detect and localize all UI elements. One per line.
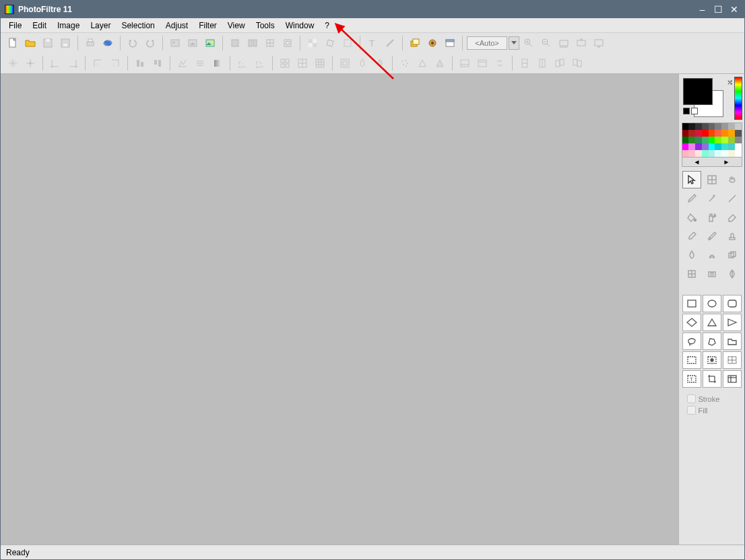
- grid-tool-icon[interactable]: [703, 171, 721, 188]
- pages-2-icon[interactable]: [569, 55, 585, 71]
- palette-cell[interactable]: [709, 130, 715, 137]
- line-tool-icon[interactable]: [382, 35, 398, 51]
- fill-checkbox[interactable]: Fill: [687, 406, 742, 415]
- palette-cell[interactable]: [709, 143, 715, 150]
- palette-cell[interactable]: [715, 123, 721, 130]
- palette-cell[interactable]: [728, 143, 735, 150]
- panel-1-icon[interactable]: [457, 55, 473, 71]
- selection-tool-icon[interactable]: [339, 35, 356, 51]
- palette-cell[interactable]: [695, 143, 702, 150]
- fit-window-icon[interactable]: [556, 35, 572, 51]
- palette-cell[interactable]: [695, 137, 702, 143]
- fill-tool-icon[interactable]: [682, 209, 701, 226]
- close-button[interactable]: ✕: [728, 4, 740, 15]
- sparkle-2-icon[interactable]: [22, 55, 38, 71]
- marquee-4-icon[interactable]: T: [682, 370, 701, 388]
- stamp-tool-icon[interactable]: [723, 228, 742, 245]
- shape-rect-icon[interactable]: [682, 295, 701, 312]
- grid-1-icon[interactable]: [277, 55, 293, 71]
- shape-right-triangle-icon[interactable]: [723, 314, 742, 331]
- corner-2-icon[interactable]: ↓: [107, 55, 123, 71]
- menu-edit[interactable]: Edit: [27, 20, 52, 32]
- swap-colors-icon[interactable]: ⤭: [727, 78, 733, 87]
- smudge-tool-icon[interactable]: [703, 246, 721, 264]
- panel-2-icon[interactable]: [474, 55, 490, 71]
- eraser-tool-icon[interactable]: [723, 209, 742, 226]
- window-tool-icon[interactable]: [442, 35, 458, 51]
- grid-3-icon[interactable]: [312, 55, 328, 71]
- shape-lasso-icon[interactable]: [682, 332, 701, 350]
- pointer-tool-icon[interactable]: [682, 171, 701, 188]
- frame-icon[interactable]: [337, 55, 353, 71]
- grey-tool-3-icon[interactable]: [262, 35, 278, 51]
- palette-cell[interactable]: [721, 143, 728, 150]
- dust-icon[interactable]: [397, 55, 413, 71]
- palette-cell[interactable]: [682, 143, 689, 150]
- foreground-color-swatch[interactable]: [683, 78, 713, 105]
- menu-help[interactable]: ?: [319, 20, 335, 32]
- palette-cell[interactable]: [688, 137, 695, 143]
- palette-cell[interactable]: [695, 150, 702, 157]
- zoom-combo[interactable]: <Auto>: [467, 36, 507, 50]
- palette-cell[interactable]: [702, 137, 709, 143]
- fullscreen-icon[interactable]: [591, 35, 607, 51]
- marquee-1-icon[interactable]: [682, 351, 701, 369]
- grid-2-icon[interactable]: [294, 55, 311, 71]
- palette-cell[interactable]: [721, 123, 728, 130]
- text-icon[interactable]: T: [364, 35, 381, 51]
- maximize-button[interactable]: ☐: [712, 4, 724, 15]
- palette-cell[interactable]: [715, 130, 721, 137]
- image-resize-icon[interactable]: [185, 35, 201, 51]
- palette-cell[interactable]: [721, 150, 728, 157]
- triangle-2-icon[interactable]: [432, 55, 448, 71]
- angle-1-icon[interactable]: [47, 55, 63, 71]
- undo-icon[interactable]: [125, 35, 141, 51]
- new-icon[interactable]: [5, 35, 21, 51]
- shape-diamond-icon[interactable]: [682, 314, 701, 331]
- palette-cell[interactable]: [721, 137, 728, 143]
- layer-manager-icon[interactable]: [407, 35, 423, 51]
- palette-cell[interactable]: [682, 130, 689, 137]
- grey-tool-4-icon[interactable]: [280, 35, 296, 51]
- menu-filter[interactable]: Filter: [193, 20, 222, 32]
- palette-cell[interactable]: [709, 137, 715, 143]
- triangle-1-icon[interactable]: [414, 55, 430, 71]
- palette-next-icon[interactable]: ►: [712, 157, 742, 166]
- palette-cell[interactable]: [688, 143, 695, 150]
- gamma-minus-icon[interactable]: Γ-AUTO: [234, 55, 251, 71]
- shape-polygon-icon[interactable]: [703, 332, 721, 350]
- redo-icon[interactable]: [142, 35, 158, 51]
- distort-tool-icon[interactable]: [682, 265, 701, 283]
- palette-cell[interactable]: [735, 130, 742, 137]
- palette-cell[interactable]: [728, 150, 735, 157]
- palette-cell[interactable]: [702, 123, 709, 130]
- pencil-tool-icon[interactable]: [703, 228, 721, 245]
- grid-shape-icon[interactable]: [723, 370, 742, 388]
- palette-cell[interactable]: [682, 137, 689, 143]
- zoom-out-icon[interactable]: [538, 35, 554, 51]
- rotate-icon[interactable]: [322, 35, 338, 51]
- shape-triangle-icon[interactable]: [703, 314, 721, 331]
- drop-1-icon[interactable]: [354, 55, 370, 71]
- palette-cell[interactable]: [702, 143, 709, 150]
- palette-cell[interactable]: [735, 123, 742, 130]
- marquee-3-icon[interactable]: [723, 351, 742, 369]
- drop-2-icon[interactable]: [372, 55, 388, 71]
- image-explore-icon[interactable]: [202, 35, 218, 51]
- stroke-checkbox[interactable]: Stroke: [687, 394, 742, 403]
- palette-cell[interactable]: [715, 137, 721, 143]
- picker-tool-icon[interactable]: [682, 190, 701, 207]
- grey-tool-2-icon[interactable]: [245, 35, 261, 51]
- palette-cell[interactable]: [702, 150, 709, 157]
- blur-tool-icon[interactable]: [682, 246, 701, 264]
- brush-tool-icon[interactable]: [682, 228, 701, 245]
- transparency-icon[interactable]: [304, 35, 321, 51]
- gradient-icon[interactable]: [209, 55, 226, 71]
- zoom-in-icon[interactable]: [521, 35, 537, 51]
- fit-image-icon[interactable]: [573, 35, 589, 51]
- palette-cell[interactable]: [715, 143, 721, 150]
- menu-view[interactable]: View: [222, 20, 251, 32]
- menu-tools[interactable]: Tools: [251, 20, 280, 32]
- grey-tool-1-icon[interactable]: [227, 35, 243, 51]
- palette-cell[interactable]: [728, 137, 735, 143]
